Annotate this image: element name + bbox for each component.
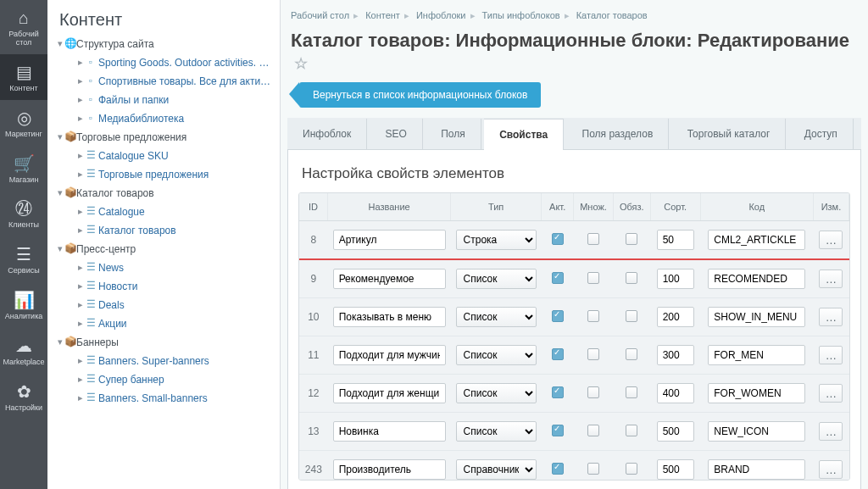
tree-item[interactable]: ▸☰Акции (51, 314, 280, 333)
tree-item[interactable]: ▸☰Торговые предложения (51, 165, 280, 184)
prop-code-input[interactable] (708, 383, 805, 403)
prop-sort-input[interactable] (657, 459, 694, 480)
tab-infoblock[interactable]: Инфоблок (287, 119, 367, 149)
tree-item[interactable]: ▸☰News (51, 258, 280, 277)
prop-active-checkbox[interactable] (552, 272, 564, 284)
prop-edit-button[interactable]: … (819, 422, 843, 441)
prop-multiple-checkbox[interactable] (587, 386, 599, 398)
breadcrumb-link[interactable]: Типы инфоблоков (482, 10, 560, 20)
prop-required-checkbox[interactable] (626, 233, 637, 245)
prop-edit-button[interactable]: … (819, 384, 843, 403)
tab-access[interactable]: Доступ (789, 119, 854, 149)
prop-multiple-checkbox[interactable] (587, 310, 599, 322)
tree-item[interactable]: ▸☰Deals (51, 296, 280, 314)
prop-name-input[interactable] (333, 230, 446, 250)
breadcrumb-link[interactable]: Каталог товаров (576, 10, 648, 20)
rail-desktop[interactable]: ⌂Рабочий стол (0, 0, 47, 54)
prop-code-input[interactable] (708, 421, 805, 442)
prop-code-input[interactable] (708, 230, 805, 250)
prop-active-checkbox[interactable] (552, 310, 564, 322)
prop-type-select[interactable]: СтрокаСписокСправочник (456, 307, 537, 327)
prop-sort-input[interactable] (657, 269, 694, 289)
prop-required-checkbox[interactable] (626, 348, 637, 360)
tree-item[interactable]: ▸▫Медиабиблиотека (51, 109, 280, 128)
breadcrumb-link[interactable]: Контент (365, 10, 400, 20)
prop-sort-input[interactable] (657, 230, 694, 250)
prop-edit-button[interactable]: … (819, 270, 843, 288)
prop-name-input[interactable] (333, 345, 446, 365)
prop-sort-input[interactable] (657, 307, 694, 327)
tab-trade-catalog[interactable]: Торговый каталог (672, 119, 787, 149)
tree-item[interactable]: ▸☰Супер баннер (51, 370, 280, 389)
rail-content[interactable]: ▤Контент (0, 54, 47, 100)
prop-name-input[interactable] (333, 383, 446, 403)
prop-code-input[interactable] (708, 307, 805, 327)
tab-captions[interactable]: Подписи (856, 119, 868, 149)
prop-required-checkbox[interactable] (626, 425, 637, 436)
prop-multiple-checkbox[interactable] (587, 272, 599, 284)
prop-edit-button[interactable]: … (819, 460, 843, 479)
breadcrumb-link[interactable]: Рабочий стол (291, 10, 349, 20)
breadcrumb-link[interactable]: Инфоблоки (416, 10, 466, 20)
rail-analytics[interactable]: 📊Аналитика (0, 282, 47, 328)
rail-services[interactable]: ☰Сервисы (0, 236, 47, 282)
rail-marketing[interactable]: ◎Маркетинг (0, 100, 47, 146)
prop-required-checkbox[interactable] (626, 310, 637, 322)
tree-item[interactable]: ▸☰Catalogue SKU (51, 147, 280, 165)
rail-shop[interactable]: 🛒Магазин (0, 146, 47, 192)
prop-edit-button[interactable]: … (819, 346, 843, 364)
prop-active-checkbox[interactable] (552, 233, 564, 245)
tree-banners[interactable]: ▾📦Баннеры (51, 333, 280, 352)
prop-edit-button[interactable]: … (819, 308, 843, 326)
prop-required-checkbox[interactable] (626, 463, 637, 475)
tree-item[interactable]: ▸☰Banners. Small-banners (51, 389, 280, 408)
prop-code-input[interactable] (708, 269, 805, 289)
prop-active-checkbox[interactable] (552, 463, 564, 475)
rail-settings[interactable]: ✿Настройки (0, 374, 47, 420)
tree-item[interactable]: ▸☰Catalogue (51, 203, 280, 221)
prop-active-checkbox[interactable] (552, 348, 564, 360)
prop-type-select[interactable]: СтрокаСписокСправочник (456, 269, 537, 289)
tree-trade-offers[interactable]: ▾📦Торговые предложения (51, 128, 280, 147)
prop-name-input[interactable] (333, 307, 446, 327)
prop-name-input[interactable] (333, 421, 446, 442)
prop-code-input[interactable] (708, 345, 805, 365)
tree-item[interactable]: ▸☰Новости (51, 277, 280, 296)
prop-type-select[interactable]: СтрокаСписокСправочник (456, 421, 537, 442)
tab-section-fields[interactable]: Поля разделов (567, 119, 670, 149)
favorite-star-icon[interactable]: ☆ (294, 55, 308, 72)
prop-active-checkbox[interactable] (552, 386, 564, 398)
prop-code-input[interactable] (708, 459, 805, 480)
prop-multiple-checkbox[interactable] (587, 425, 599, 436)
tree-press[interactable]: ▾📦Пресс-центр (51, 240, 280, 258)
tree-item[interactable]: ▸☰Каталог товаров (51, 221, 280, 240)
tab-fields[interactable]: Поля (426, 119, 481, 149)
tab-properties[interactable]: Свойства (484, 119, 564, 150)
prop-type-select[interactable]: СтрокаСписокСправочник (456, 383, 537, 403)
prop-active-checkbox[interactable] (552, 425, 564, 436)
prop-type-select[interactable]: СтрокаСписокСправочник (456, 230, 537, 250)
tree-item[interactable]: ▸▫Файлы и папки (51, 91, 280, 109)
tab-seo[interactable]: SEO (370, 119, 423, 149)
prop-multiple-checkbox[interactable] (587, 233, 599, 245)
prop-type-select[interactable]: СтрокаСписокСправочник (456, 345, 537, 365)
prop-name-input[interactable] (333, 269, 446, 289)
rail-marketplace[interactable]: ☁Marketplace (0, 328, 47, 374)
tree-site-structure[interactable]: ▾🌐Структура сайта (51, 35, 280, 53)
prop-name-input[interactable] (333, 459, 446, 480)
prop-multiple-checkbox[interactable] (587, 348, 599, 360)
prop-sort-input[interactable] (657, 345, 694, 365)
prop-sort-input[interactable] (657, 421, 694, 442)
rail-clients[interactable]: ㉔Клиенты (0, 191, 47, 236)
tree-item[interactable]: ▸▫Спортивные товары. Все для активного о… (51, 72, 280, 91)
tree-item[interactable]: ▸☰Banners. Super-banners (51, 352, 280, 370)
prop-required-checkbox[interactable] (626, 272, 637, 284)
tree-catalog[interactable]: ▾📦Каталог товаров (51, 184, 280, 203)
prop-required-checkbox[interactable] (626, 386, 637, 398)
prop-multiple-checkbox[interactable] (587, 463, 599, 475)
back-to-list-button[interactable]: Вернуться в список информационных блоков (299, 82, 541, 108)
prop-type-select[interactable]: СтрокаСписокСправочник (456, 459, 537, 480)
prop-edit-button[interactable]: … (819, 231, 843, 249)
tree-item[interactable]: ▸▫Sporting Goods. Outdoor activities. Fi… (51, 53, 280, 72)
prop-sort-input[interactable] (657, 383, 694, 403)
